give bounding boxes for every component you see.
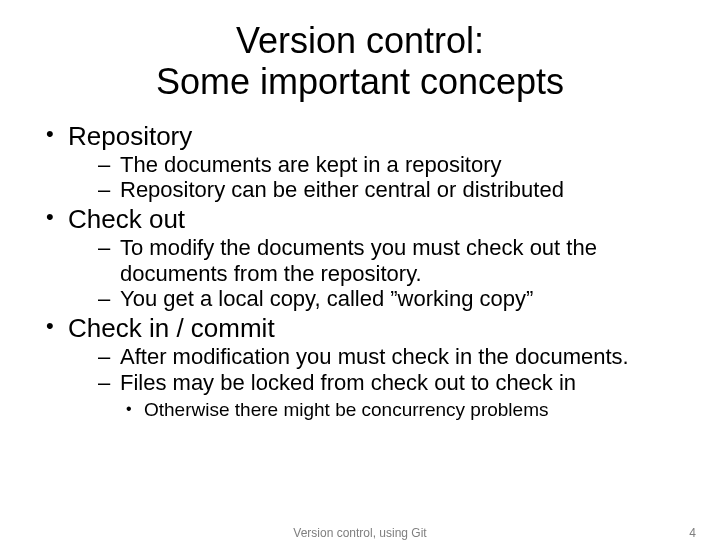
- page-number: 4: [689, 526, 696, 540]
- slide: Version control: Some important concepts…: [0, 0, 720, 422]
- bullet-label: Check in / commit: [68, 313, 275, 343]
- footer-text: Version control, using Git: [0, 526, 720, 540]
- sub-item: Repository can be either central or dist…: [68, 177, 680, 202]
- sub-list: After modification you must check in the…: [68, 344, 680, 395]
- bullet-repository: Repository The documents are kept in a r…: [40, 121, 680, 203]
- bullet-list: Repository The documents are kept in a r…: [40, 121, 680, 422]
- sub-list: The documents are kept in a repository R…: [68, 152, 680, 203]
- sub-item: The documents are kept in a repository: [68, 152, 680, 177]
- bullet-label: Check out: [68, 204, 185, 234]
- sub-item: Files may be locked from check out to ch…: [68, 370, 680, 395]
- title-line-1: Version control:: [236, 20, 484, 61]
- title-line-2: Some important concepts: [156, 61, 564, 102]
- sub-list: To modify the documents you must check o…: [68, 235, 680, 311]
- slide-title: Version control: Some important concepts: [40, 20, 680, 103]
- sub-item: After modification you must check in the…: [68, 344, 680, 369]
- subsub-list: Otherwise there might be concurrency pro…: [68, 399, 680, 422]
- bullet-checkin: Check in / commit After modification you…: [40, 313, 680, 421]
- subsub-item: Otherwise there might be concurrency pro…: [68, 399, 680, 422]
- bullet-checkout: Check out To modify the documents you mu…: [40, 204, 680, 311]
- sub-item: To modify the documents you must check o…: [68, 235, 680, 286]
- bullet-label: Repository: [68, 121, 192, 151]
- sub-item: You get a local copy, called ”working co…: [68, 286, 680, 311]
